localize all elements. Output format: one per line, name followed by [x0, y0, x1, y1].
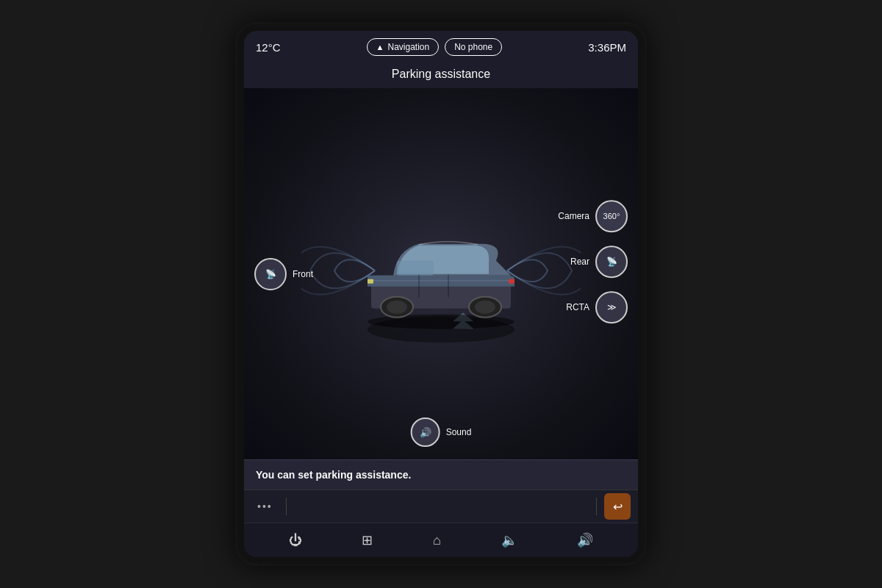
grid-icon: ⊞: [362, 533, 373, 548]
info-bar: You can set parking assistance.: [244, 460, 638, 490]
front-sensor-icon: 📡: [265, 269, 276, 279]
svg-rect-11: [509, 279, 514, 284]
screen: 12°C ▲ Navigation No phone 3:36PM Parkin…: [244, 31, 638, 557]
svg-point-8: [475, 301, 495, 314]
volume-up-icon: 🔊: [577, 533, 593, 548]
front-label: Front: [293, 269, 313, 279]
svg-point-6: [387, 301, 407, 314]
temperature-display: 12°C: [256, 41, 281, 54]
car-scene: 📡 Front Camera 360° Rear: [244, 88, 638, 460]
back-icon: ↩: [613, 500, 623, 514]
volume-down-icon: 🔈: [501, 533, 517, 548]
home-icon: ⌂: [433, 533, 441, 548]
car-image: [345, 213, 537, 331]
page-title: Parking assistance: [244, 63, 638, 88]
device-bezel: 12°C ▲ Navigation No phone 3:36PM Parkin…: [235, 22, 647, 566]
sound-control: 🔊 Sound: [411, 417, 472, 447]
rear-control: Rear 📡: [570, 245, 628, 278]
rear-label: Rear: [570, 257, 589, 267]
volume-up-button[interactable]: 🔊: [571, 529, 599, 551]
nav-dots[interactable]: •••: [251, 498, 279, 515]
status-bar: 12°C ▲ Navigation No phone 3:36PM: [244, 31, 638, 63]
rcta-icon: ≫: [607, 302, 617, 312]
camera-button[interactable]: 360°: [595, 200, 628, 232]
navigation-button[interactable]: ▲ Navigation: [367, 38, 440, 56]
front-sensor-button[interactable]: 📡: [254, 258, 287, 290]
camera-control: Camera 360°: [558, 200, 628, 232]
status-buttons: ▲ Navigation No phone: [367, 38, 503, 56]
icons-bar: ⏻ ⊞ ⌂ 🔈 🔊: [244, 523, 638, 557]
time-display: 3:36PM: [588, 41, 626, 54]
right-controls: Camera 360° Rear 📡 RCTA: [558, 200, 628, 323]
camera-icon: 360°: [603, 212, 620, 220]
front-control: 📡 Front: [254, 258, 313, 290]
main-content: 📡 Front Camera 360° Rear: [244, 88, 638, 460]
rear-sensor-button[interactable]: 📡: [595, 245, 628, 278]
svg-rect-10: [368, 279, 373, 284]
camera-label: Camera: [558, 211, 589, 221]
sound-icon: 🔊: [420, 427, 431, 438]
home-button[interactable]: ⌂: [427, 530, 447, 551]
bottom-nav: ••• ↩: [244, 490, 638, 523]
rcta-label: RCTA: [566, 302, 589, 312]
rcta-button[interactable]: ≫: [595, 291, 628, 323]
power-icon: ⏻: [289, 533, 302, 548]
power-button[interactable]: ⏻: [283, 530, 308, 551]
nav-separator-left: [286, 498, 287, 515]
navigation-label: Navigation: [387, 42, 429, 52]
phone-button[interactable]: No phone: [445, 38, 502, 56]
back-button[interactable]: ↩: [604, 493, 631, 520]
sound-label: Sound: [446, 427, 472, 437]
volume-down-button[interactable]: 🔈: [495, 529, 523, 551]
grid-button[interactable]: ⊞: [356, 529, 379, 551]
svg-rect-9: [397, 261, 434, 276]
nav-arrow-icon: ▲: [376, 43, 384, 51]
rcta-control: RCTA ≫: [566, 291, 628, 323]
nav-separator-right: [596, 498, 597, 515]
info-text: You can set parking assistance.: [256, 469, 411, 481]
phone-label: No phone: [454, 42, 492, 52]
sound-button[interactable]: 🔊: [411, 417, 440, 447]
scene-separator: [244, 459, 638, 460]
rear-sensor-icon: 📡: [606, 257, 617, 267]
